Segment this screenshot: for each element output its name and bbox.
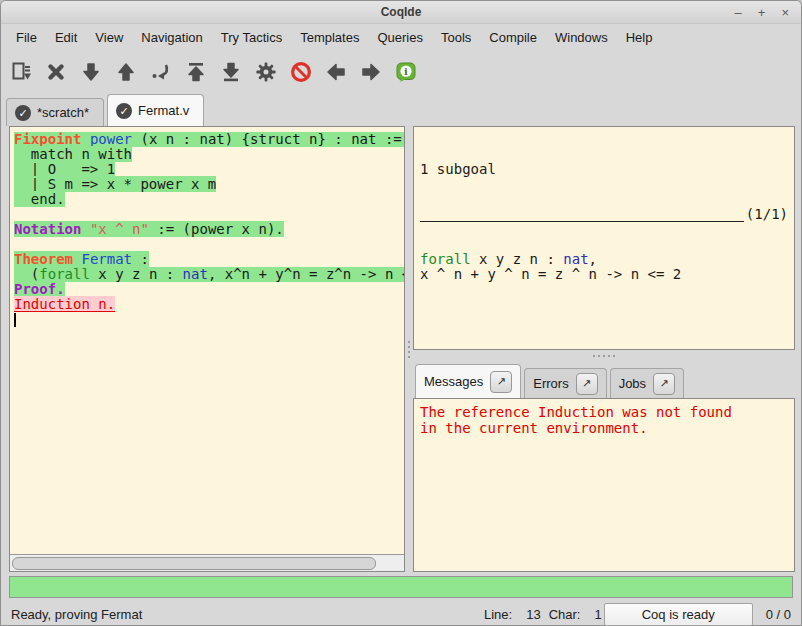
- maximize-button[interactable]: +: [758, 6, 766, 19]
- messages-panel[interactable]: The reference Induction was not foundin …: [413, 398, 795, 572]
- detach-icon[interactable]: ↗: [490, 371, 512, 393]
- line-label: Line:: [484, 607, 512, 622]
- code-line: forall x y z n : nat,: [420, 252, 788, 267]
- menu-edit[interactable]: Edit: [46, 26, 86, 49]
- window-controls: – + ×: [735, 6, 801, 19]
- code-line: | S m => x * power x m: [14, 177, 404, 192]
- step-backward-icon: [114, 60, 138, 84]
- close-doc-icon: [44, 60, 68, 84]
- code-line: [14, 207, 404, 222]
- make-icon: [254, 60, 278, 84]
- document-tab-bar: ✓*scratch*✓Fermat.v: [1, 93, 801, 126]
- right-column: 1 subgoal (1/1) forall x y z n : nat,x ^…: [413, 126, 795, 572]
- step-backward-button[interactable]: [114, 60, 138, 84]
- step-forward-button[interactable]: [79, 60, 103, 84]
- menu-tools[interactable]: Tools: [432, 26, 480, 49]
- tab-label: Errors: [533, 376, 568, 391]
- code-line: [14, 237, 404, 252]
- go-to-end-button[interactable]: [219, 60, 243, 84]
- back-icon: [324, 60, 348, 84]
- code-line: Notation "x ^ n" := (power x n).: [14, 222, 404, 237]
- tab-errors[interactable]: Errors↗: [524, 368, 606, 398]
- message-line: in the current environment.: [420, 420, 788, 436]
- goal-lines: forall x y z n : nat,x ^ n + y ^ n = z ^…: [420, 252, 788, 282]
- status-right: Line: 13 Char: 1 Coq is ready 0 / 0: [484, 603, 791, 626]
- code-line: end.: [14, 192, 404, 207]
- go-to-cursor-icon: [149, 60, 173, 84]
- menu-queries[interactable]: Queries: [368, 26, 432, 49]
- menu-navigation[interactable]: Navigation: [132, 26, 211, 49]
- restart-button[interactable]: [184, 60, 208, 84]
- menu-templates[interactable]: Templates: [291, 26, 368, 49]
- close-doc-button[interactable]: [44, 60, 68, 84]
- menu-view[interactable]: View: [86, 26, 132, 49]
- checkmark-icon: ✓: [15, 105, 31, 121]
- vertical-splitter[interactable]: [405, 126, 413, 572]
- subgoal-counter: (1/1): [746, 207, 788, 222]
- text-cursor: [14, 313, 16, 327]
- goal-panel[interactable]: 1 subgoal (1/1) forall x y z n : nat,x ^…: [413, 126, 795, 350]
- close-button[interactable]: ×: [781, 6, 789, 19]
- code-line: Proof.: [14, 282, 404, 297]
- about-button[interactable]: i: [394, 60, 418, 84]
- message-line: The reference Induction was not found: [420, 404, 788, 420]
- status-message: Ready, proving Fermat: [11, 607, 142, 622]
- code-line: x ^ n + y ^ n = z ^ n -> n <= 2: [420, 267, 788, 282]
- detach-icon[interactable]: ↗: [653, 373, 675, 395]
- char-label: Char:: [549, 607, 581, 622]
- tab-scratch[interactable]: ✓*scratch*: [6, 98, 104, 126]
- tab-messages[interactable]: Messages↗: [415, 364, 521, 398]
- worker-counter: 0 / 0: [766, 607, 791, 622]
- svg-text:i: i: [404, 66, 408, 77]
- progress-bar-area: [1, 572, 801, 600]
- horizontal-splitter[interactable]: [413, 350, 795, 362]
- horizontal-scrollbar[interactable]: [10, 554, 404, 571]
- code-line: Fixpoint power (x n : nat) {struct n} : …: [14, 132, 404, 147]
- interrupt-icon: [289, 60, 313, 84]
- menu-compile[interactable]: Compile: [480, 26, 546, 49]
- go-to-end-icon: [219, 60, 243, 84]
- menu-windows[interactable]: Windows: [546, 26, 617, 49]
- interrupt-button[interactable]: [289, 60, 313, 84]
- tab-label: Fermat.v: [138, 103, 189, 118]
- menu-help[interactable]: Help: [617, 26, 662, 49]
- minimize-button[interactable]: –: [735, 6, 742, 19]
- tab-label: *scratch*: [37, 105, 89, 120]
- script-pane: Fixpoint power (x n : nat) {struct n} : …: [9, 126, 405, 572]
- title-bar: CoqIde – + ×: [1, 1, 801, 24]
- back-button[interactable]: [324, 60, 348, 84]
- forward-button[interactable]: [359, 60, 383, 84]
- save-button[interactable]: [9, 60, 33, 84]
- code-editor[interactable]: Fixpoint power (x n : nat) {struct n} : …: [10, 127, 404, 554]
- code-line: match n with: [14, 147, 404, 162]
- code-line: | O => 1: [14, 162, 404, 177]
- main-area: Fixpoint power (x n : nat) {struct n} : …: [1, 126, 802, 572]
- code-line: Theorem Fermat :: [14, 252, 404, 267]
- about-icon: i: [394, 60, 418, 84]
- forward-icon: [359, 60, 383, 84]
- goal-separator: (1/1): [420, 207, 788, 222]
- toolbar: i: [1, 51, 801, 93]
- line-value: 13: [526, 607, 540, 622]
- progress-bar: [9, 576, 793, 598]
- message-tab-bar: Messages↗Errors↗Jobs↗: [413, 362, 795, 398]
- menu-try-tactics[interactable]: Try Tactics: [212, 26, 291, 49]
- horizontal-scrollbar-thumb[interactable]: [12, 557, 376, 570]
- go-to-cursor-button[interactable]: [149, 60, 173, 84]
- make-button[interactable]: [254, 60, 278, 84]
- restart-icon: [184, 60, 208, 84]
- menu-file[interactable]: File: [7, 26, 46, 49]
- tab-label: Jobs: [619, 376, 646, 391]
- window-title: CoqIde: [1, 5, 801, 19]
- save-icon: [9, 60, 33, 84]
- status-bar: Ready, proving Fermat Line: 13 Char: 1 C…: [1, 600, 801, 626]
- detach-icon[interactable]: ↗: [576, 373, 598, 395]
- code-line: Induction n.: [14, 297, 404, 312]
- tab-label: Messages: [424, 374, 483, 389]
- tab-fermat.v[interactable]: ✓Fermat.v: [107, 94, 204, 126]
- code-line: (forall x y z n : nat, x^n + y^n = z^n -…: [14, 267, 404, 282]
- tab-jobs[interactable]: Jobs↗: [610, 368, 684, 398]
- char-value: 1: [594, 607, 601, 622]
- step-forward-icon: [79, 60, 103, 84]
- coqide-window: CoqIde – + × FileEditViewNavigationTry T…: [0, 0, 802, 626]
